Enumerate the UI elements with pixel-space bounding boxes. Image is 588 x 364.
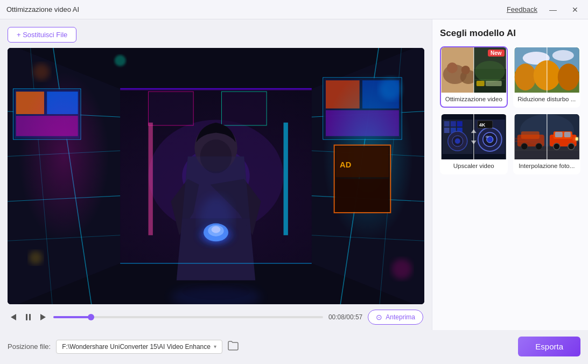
app-title: Ottimizzazione video AI <box>6 5 79 13</box>
svg-rect-115 <box>514 141 528 142</box>
svg-point-62 <box>29 251 43 264</box>
svg-point-117 <box>535 143 542 150</box>
pause-bar-left <box>26 314 27 320</box>
model-thumbnail-interpolazione <box>514 114 580 159</box>
next-icon <box>40 314 46 320</box>
file-position-left: Posizione file: F:\Wondershare UniConver… <box>8 340 239 354</box>
svg-marker-52 <box>182 156 250 218</box>
svg-rect-114 <box>514 139 536 141</box>
svg-rect-121 <box>564 132 570 137</box>
folder-icon <box>228 341 239 351</box>
feedback-link[interactable]: Feedback <box>507 5 537 13</box>
minimize-button[interactable]: — <box>546 4 560 15</box>
export-button[interactable]: Esporta <box>518 337 580 356</box>
svg-rect-29 <box>148 92 193 125</box>
panel-title: Scegli modello AI <box>440 28 580 39</box>
preview-label: Anteprima <box>386 313 415 321</box>
model-card-upscaler[interactable]: 4K Upscaler video <box>440 113 508 174</box>
svg-point-116 <box>521 143 527 150</box>
model-label-riduzione: Riduzione disturbo ... <box>515 93 578 107</box>
model-label-interpolazione: Interpolazione foto... <box>516 159 577 173</box>
model-thumbnail-ottimizzazione: New <box>441 47 507 93</box>
add-file-button[interactable]: + Sostituisci File <box>8 27 76 43</box>
video-scene: AD <box>8 48 424 304</box>
preview-button[interactable]: ⊙ Anteprima <box>368 310 423 325</box>
model-card-riduzione[interactable]: Riduzione disturbo ... <box>513 46 581 108</box>
model-card-interpolazione[interactable]: Interpolazione foto... <box>513 113 581 174</box>
progress-fill <box>53 316 91 318</box>
left-panel: + Sostituisci File <box>0 19 432 330</box>
pause-bar-right <box>29 314 31 320</box>
file-position-label: Posizione file: <box>8 342 51 351</box>
svg-point-100 <box>486 136 489 138</box>
svg-point-68 <box>447 62 458 73</box>
titlebar-controls: Feedback — ✕ <box>507 4 582 15</box>
svg-text:4K: 4K <box>479 122 486 128</box>
svg-point-60 <box>379 78 402 100</box>
chevron-down-icon: ▾ <box>214 344 216 349</box>
svg-rect-84 <box>514 47 547 93</box>
video-container: AD <box>8 48 424 304</box>
svg-rect-55 <box>148 123 152 235</box>
main-content: + Sostituisci File <box>0 19 588 330</box>
svg-rect-30 <box>221 92 267 125</box>
svg-rect-112 <box>521 131 539 139</box>
svg-rect-88 <box>451 121 456 127</box>
svg-rect-89 <box>457 121 463 127</box>
svg-rect-74 <box>486 81 502 86</box>
model-label-ottimizzazione: Ottimizzazione video <box>443 93 505 107</box>
svg-point-122 <box>553 143 559 150</box>
model-thumbnail-upscaler: 4K <box>441 114 507 159</box>
file-path-text: F:\Wondershare UniConverter 15\AI Video … <box>62 343 211 351</box>
svg-text:AD: AD <box>340 160 351 169</box>
svg-rect-90 <box>444 128 450 133</box>
svg-point-63 <box>115 55 126 66</box>
svg-point-31 <box>19 72 109 241</box>
prev-icon <box>11 314 16 320</box>
right-panel: Scegli modello AI <box>432 19 588 330</box>
model-grid: New Ottimizzazione video <box>440 46 580 174</box>
model-card-ottimizzazione[interactable]: New Ottimizzazione video <box>440 46 508 108</box>
svg-point-59 <box>33 64 50 80</box>
toolbar: + Sostituisci File <box>8 27 424 43</box>
file-position-bar: Posizione file: F:\Wondershare UniConver… <box>0 330 588 364</box>
svg-point-123 <box>568 143 574 150</box>
svg-rect-36 <box>336 179 389 212</box>
progress-thumb <box>88 314 94 320</box>
svg-point-82 <box>557 64 579 90</box>
player-controls: 00:08/00:57 ⊙ Anteprima <box>8 304 424 330</box>
progress-bar[interactable] <box>53 316 323 318</box>
new-badge: New <box>488 50 505 57</box>
model-thumbnail-riduzione <box>514 47 580 93</box>
model-label-upscaler: Upscaler video <box>451 159 496 173</box>
svg-rect-87 <box>444 121 450 127</box>
close-button[interactable]: ✕ <box>569 4 582 15</box>
preview-icon: ⊙ <box>376 313 382 321</box>
svg-marker-51 <box>177 218 255 280</box>
svg-point-71 <box>475 61 505 82</box>
pause-button[interactable] <box>24 313 33 321</box>
video-canvas: AD <box>8 48 424 304</box>
svg-point-61 <box>391 259 412 279</box>
next-button[interactable] <box>38 313 48 321</box>
time-display: 00:08/00:57 <box>328 313 362 321</box>
folder-open-button[interactable] <box>228 341 239 353</box>
file-path-select[interactable]: F:\Wondershare UniConverter 15\AI Video … <box>56 340 222 354</box>
prev-button[interactable] <box>9 313 18 321</box>
pause-icon <box>26 314 31 320</box>
svg-rect-120 <box>555 132 562 137</box>
svg-point-95 <box>455 138 460 144</box>
svg-rect-113 <box>514 138 530 139</box>
svg-point-79 <box>552 50 573 61</box>
svg-rect-54 <box>284 123 288 235</box>
svg-point-69 <box>461 66 470 74</box>
svg-rect-73 <box>477 81 485 86</box>
titlebar: Ottimizzazione video AI Feedback — ✕ <box>0 0 588 19</box>
